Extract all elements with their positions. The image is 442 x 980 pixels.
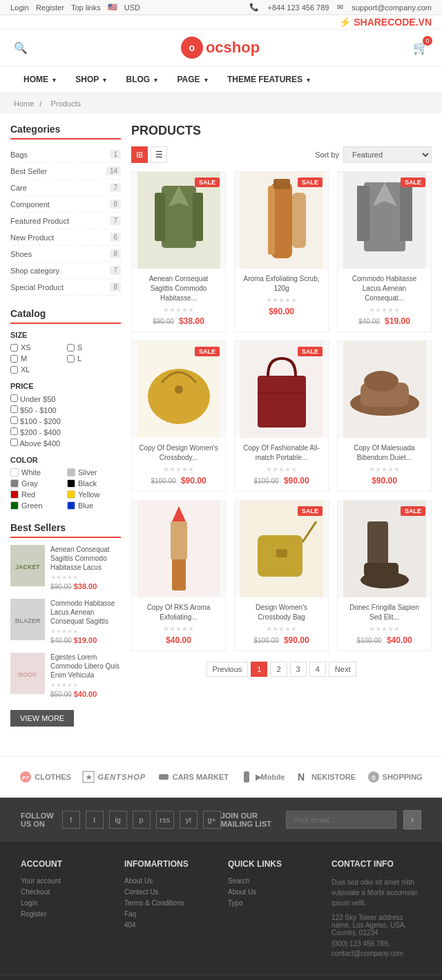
- svg-text:S: S: [372, 774, 376, 781]
- rss-icon[interactable]: rss: [156, 811, 174, 829]
- nav-home[interactable]: HOME ▾: [14, 66, 66, 93]
- product-price: $40.00: [137, 635, 220, 645]
- color-black[interactable]: Black: [67, 479, 121, 488]
- best-seller-item[interactable]: JACKET Aenean Consequat Sagittis Commodo…: [10, 545, 121, 590]
- product-card[interactable]: SALE Copy Of Design Women's Crossbody...…: [131, 340, 226, 492]
- product-card[interactable]: SALE Donec Fringilla Sapien Sed Elit... …: [337, 500, 432, 651]
- category-item[interactable]: New Product6: [10, 229, 121, 246]
- search-icon-header[interactable]: 🔍: [14, 41, 28, 55]
- page-3-button[interactable]: 3: [290, 662, 307, 677]
- product-card[interactable]: Copy Of Malesuada Bibendum Duiet... ★★★★…: [337, 340, 432, 492]
- next-page-button[interactable]: Next: [329, 662, 357, 677]
- product-image: SALE: [132, 172, 225, 269]
- footer-checkout[interactable]: Checkout: [21, 888, 110, 896]
- footer-your-account[interactable]: Your account: [21, 877, 110, 885]
- product-card[interactable]: SALE Copy Of Fashionable All-match Porta…: [234, 340, 329, 492]
- product-card[interactable]: SALE Aroma Exfoliating Scrub, 120g ★★★★★…: [234, 171, 329, 332]
- product-card[interactable]: SALE Aenean Consequat Sagittis Commodo H…: [131, 171, 226, 332]
- color-white[interactable]: White: [10, 468, 64, 477]
- footer-faq[interactable]: Faq: [124, 910, 214, 918]
- color-gray[interactable]: Gray: [10, 479, 64, 488]
- footer-search[interactable]: Search: [228, 877, 318, 885]
- breadcrumb-home[interactable]: Home: [14, 99, 34, 108]
- product-info: Copy Of Design Women's Crossbody... ★★★★…: [132, 438, 225, 491]
- size-xs[interactable]: XS: [10, 343, 64, 352]
- color-options: White Silver Gray Black Red Yellow Green…: [10, 468, 121, 510]
- email-submit-button[interactable]: ›: [403, 810, 421, 829]
- page-2-button[interactable]: 2: [270, 662, 287, 677]
- footer-login[interactable]: Login: [21, 899, 110, 907]
- brand-mobile[interactable]: ▶Mobile: [240, 771, 285, 783]
- product-card[interactable]: SALE Design Women's Crossbody Bag ★★★★★ …: [234, 500, 329, 651]
- price-200-400[interactable]: $200 - $400: [10, 427, 121, 436]
- brand-gentshop[interactable]: ★ GENTSHOP: [82, 771, 146, 783]
- best-seller-item[interactable]: BOOK Egestes Lorem Commodo Libero Quis E…: [10, 653, 121, 698]
- facebook-icon[interactable]: f: [62, 811, 80, 829]
- footer-about-us[interactable]: About Us: [124, 877, 214, 885]
- color-blue[interactable]: Blue: [67, 501, 121, 510]
- grid-view-button[interactable]: ⊞: [131, 146, 148, 163]
- product-card[interactable]: SALE Commodo Habitasse Lacus Aenean Cons…: [337, 171, 432, 332]
- nav-shop[interactable]: SHOP ▾: [66, 66, 116, 93]
- category-item[interactable]: Best Seller14: [10, 163, 121, 180]
- brand-clothes[interactable]: P7 CLOTHES: [19, 771, 71, 783]
- currency-selector[interactable]: USD: [124, 3, 140, 12]
- color-red[interactable]: Red: [10, 490, 64, 499]
- page-4-button[interactable]: 4: [309, 662, 326, 677]
- size-l[interactable]: L: [67, 354, 121, 363]
- footer-404[interactable]: 404: [124, 921, 214, 929]
- color-silver[interactable]: Silver: [67, 468, 121, 477]
- phone-icon: 📞: [249, 3, 259, 12]
- brand-shopping[interactable]: S SHOPPING: [367, 771, 423, 783]
- category-item[interactable]: Shoes8: [10, 246, 121, 262]
- login-link[interactable]: Login: [10, 3, 29, 12]
- logo[interactable]: o ocshop: [181, 37, 260, 59]
- prev-page-button[interactable]: Previous: [206, 662, 249, 677]
- footer-typo[interactable]: Typo: [228, 899, 318, 907]
- category-item[interactable]: Shop category7: [10, 262, 121, 279]
- category-item[interactable]: Special Product8: [10, 279, 121, 296]
- top-links[interactable]: Top links: [71, 3, 101, 12]
- color-yellow[interactable]: Yellow: [67, 490, 121, 499]
- nav-theme-features[interactable]: THEME FEATURES ▾: [218, 66, 320, 93]
- sort-select[interactable]: Featured Price: Low to High Price: High …: [343, 146, 432, 163]
- size-xl[interactable]: XL: [10, 365, 64, 374]
- view-more-button[interactable]: VIEW MORE: [10, 710, 74, 727]
- follow-text: FOLLOW US ON: [21, 811, 54, 828]
- nav-page[interactable]: PAGE ▾: [167, 66, 217, 93]
- footer-terms[interactable]: Terms & Conditions: [124, 899, 214, 907]
- youtube-icon[interactable]: yt: [180, 811, 198, 829]
- page-1-button[interactable]: 1: [251, 662, 267, 677]
- list-view-button[interactable]: ☰: [151, 146, 167, 163]
- pinterest-icon[interactable]: p: [133, 811, 151, 829]
- category-item[interactable]: Featured Product7: [10, 213, 121, 229]
- gplus-icon[interactable]: g+: [203, 811, 221, 829]
- product-name: Copy Of Fashionable All-match Portable..…: [240, 443, 323, 463]
- email-input[interactable]: [286, 811, 396, 829]
- price-above400[interactable]: Above $400: [10, 439, 121, 448]
- brand-nekistore[interactable]: N NEKISTORE: [296, 771, 356, 783]
- nav-blog[interactable]: BLOG ▾: [116, 66, 167, 93]
- twitter-icon[interactable]: t: [86, 811, 104, 829]
- cart-icon[interactable]: 🛒 0: [413, 40, 428, 55]
- price-50-100[interactable]: $50 - $100: [10, 405, 121, 414]
- color-green[interactable]: Green: [10, 501, 64, 510]
- price-100-200[interactable]: $100 - $200: [10, 416, 121, 425]
- size-s[interactable]: S: [67, 343, 121, 352]
- best-seller-item[interactable]: BLAZER Commodo Habitasse Lacus Aenean Co…: [10, 599, 121, 644]
- size-m[interactable]: M: [10, 354, 64, 363]
- footer-contact-us[interactable]: Contact Us: [124, 888, 214, 896]
- brand-cars[interactable]: CARS MARKET: [157, 771, 229, 783]
- price-under50[interactable]: Under $50: [10, 394, 121, 403]
- instagram-icon[interactable]: ig: [109, 811, 127, 829]
- product-card[interactable]: Copy Of RKS Aroma Exfoliating... ★★★★★ $…: [131, 500, 226, 651]
- register-link[interactable]: Register: [36, 3, 64, 12]
- category-item[interactable]: Component8: [10, 196, 121, 213]
- product-stars: ★★★★★: [240, 625, 323, 633]
- footer-register[interactable]: Register: [21, 910, 110, 918]
- footer-about[interactable]: About Us: [228, 888, 318, 896]
- category-item[interactable]: Care7: [10, 180, 121, 196]
- svg-text:N: N: [298, 771, 305, 782]
- category-item[interactable]: Bags1: [10, 146, 121, 163]
- best-seller-img: JACKET: [10, 545, 45, 586]
